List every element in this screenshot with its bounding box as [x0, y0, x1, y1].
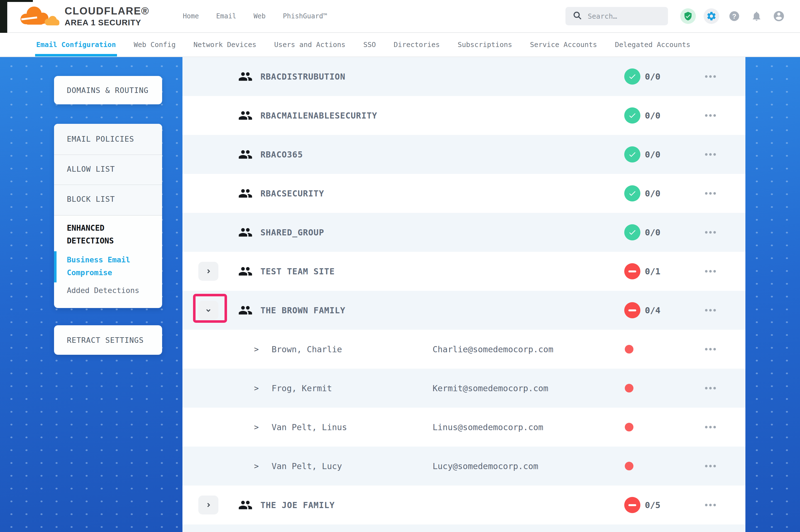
- member-row: >Van Pelt, LinusLinus@somedemocorp.com: [182, 407, 745, 446]
- group-name: RBACSECURITY: [260, 189, 324, 198]
- member-chevron-icon[interactable]: >: [254, 345, 259, 354]
- row-menu-button[interactable]: [702, 228, 719, 236]
- member-chevron-icon[interactable]: >: [254, 423, 259, 432]
- brand-subtitle: AREA 1 SECURITY: [65, 19, 149, 27]
- group-name: SHARED_GROUP: [260, 228, 324, 238]
- group-row: TEST TEAM SITE0/1: [182, 252, 745, 291]
- group-row: RBACDISTRUBUTION0/0: [182, 57, 745, 96]
- page: CLOUDFLARE® AREA 1 SECURITY HomeEmailWeb…: [0, 0, 800, 532]
- search-box[interactable]: Search…: [565, 7, 668, 25]
- row-menu-button[interactable]: [702, 112, 719, 120]
- row-menu-button[interactable]: [702, 423, 719, 431]
- status-dot-alert: [625, 345, 633, 354]
- sidebar-card-email-policies: EMAIL POLICIES ALLOW LIST BLOCK LIST ENH…: [54, 124, 162, 308]
- notifications-icon[interactable]: [749, 9, 764, 23]
- tab-service-accounts[interactable]: Service Accounts: [530, 33, 597, 56]
- brand-name: CLOUDFLARE®: [65, 6, 149, 16]
- status-dot-alert: [625, 384, 633, 393]
- group-row: THE BROWN FAMILY0/4: [182, 291, 745, 330]
- group-icon: [238, 108, 253, 123]
- body: DOMAINS & ROUTING EMAIL POLICIES ALLOW L…: [0, 57, 800, 532]
- row-menu-button[interactable]: [702, 267, 719, 276]
- search-placeholder: Search…: [588, 12, 617, 20]
- chevron-right-icon: [204, 501, 213, 509]
- status-badge-allowed-icon: [624, 69, 640, 84]
- email-policies-title: EMAIL POLICIES: [67, 132, 157, 147]
- protection-count: 0/1: [645, 266, 660, 276]
- protection-count: 0/0: [645, 111, 660, 120]
- member-row: >Frog, KermitKermit@somedemocorp.com: [182, 369, 745, 407]
- group-icon: [238, 186, 253, 201]
- sidebar-item-enhanced-detections: ENHANCED DETECTIONS: [67, 222, 150, 247]
- chevron-right-icon: [204, 267, 213, 276]
- shield-verified-icon[interactable]: [680, 8, 696, 24]
- row-menu-button[interactable]: [702, 189, 719, 197]
- member-name: Van Pelt, Linus: [272, 422, 347, 432]
- member-name: Frog, Kermit: [272, 383, 332, 393]
- group-name: RBACO365: [260, 150, 303, 159]
- group-icon: [238, 303, 253, 318]
- screen-corner-artifact-top: [0, 0, 33, 2]
- help-icon[interactable]: ?: [727, 9, 742, 23]
- row-menu-button[interactable]: [702, 151, 719, 158]
- group-icon: [238, 147, 253, 162]
- group-icon: [238, 264, 253, 279]
- top-nav-web[interactable]: Web: [254, 12, 266, 20]
- row-menu-button[interactable]: [702, 73, 719, 81]
- tab-delegated-accounts[interactable]: Delegated Accounts: [615, 33, 690, 56]
- row-menu-button[interactable]: [702, 306, 719, 315]
- group-name: THE JOE FAMILY: [260, 500, 335, 510]
- sidebar-card-domains-routing[interactable]: DOMAINS & ROUTING: [54, 76, 162, 104]
- domains-routing-label: DOMAINS & ROUTING: [67, 86, 148, 95]
- sidebar-item-business-email-compromise[interactable]: Business Email Compromise: [67, 253, 150, 279]
- section-tabs: Email ConfigurationWeb ConfigNetwork Dev…: [0, 33, 800, 57]
- svg-text:?: ?: [732, 13, 737, 20]
- row-menu-button[interactable]: [702, 345, 719, 354]
- row-menu-button[interactable]: [702, 462, 719, 470]
- protection-count: 0/0: [645, 188, 660, 198]
- account-icon[interactable]: [771, 9, 786, 23]
- sidebar-item-added-detections[interactable]: Added Detections: [67, 284, 156, 297]
- protection-count: 0/0: [645, 149, 660, 159]
- annotation-highlight-box: [193, 294, 227, 323]
- cloudflare-cloud-icon: [16, 4, 61, 28]
- member-email: Charlie@somedemocorp.com: [433, 344, 553, 354]
- left-decorative-panel: DOMAINS & ROUTING EMAIL POLICIES ALLOW L…: [0, 57, 182, 532]
- top-nav-home[interactable]: Home: [183, 12, 199, 20]
- group-row: SHARED_GROUP0/0: [182, 213, 745, 252]
- group-name: RBACDISTRUBUTION: [260, 72, 345, 81]
- group-name: RBACMAILENABLESECURITY: [260, 111, 377, 120]
- status-badge-blocked-icon: [624, 263, 640, 279]
- sidebar-item-allow-list[interactable]: ALLOW LIST: [67, 162, 157, 177]
- member-email: Lucy@somedemocorp.com: [433, 461, 538, 471]
- sidebar-card-retract-settings[interactable]: RETRACT SETTINGS: [54, 325, 162, 355]
- tab-web-config[interactable]: Web Config: [134, 33, 176, 56]
- member-chevron-icon[interactable]: >: [254, 462, 259, 471]
- tab-users-and-actions[interactable]: Users and Actions: [274, 33, 345, 56]
- status-dot-alert: [625, 423, 633, 432]
- sidebar-item-block-list[interactable]: BLOCK LIST: [67, 192, 157, 207]
- row-menu-button[interactable]: [702, 501, 719, 509]
- member-name: Brown, Charlie: [272, 344, 342, 354]
- top-bar: CLOUDFLARE® AREA 1 SECURITY HomeEmailWeb…: [0, 0, 800, 33]
- row-menu-button[interactable]: [702, 384, 719, 392]
- top-nav-phishguard[interactable]: PhishGuard™: [283, 12, 327, 20]
- tab-directories[interactable]: Directories: [394, 33, 440, 56]
- search-icon: [573, 11, 582, 21]
- expand-group-button[interactable]: [198, 262, 218, 281]
- member-chevron-icon[interactable]: >: [254, 384, 259, 393]
- expand-group-button[interactable]: [198, 496, 218, 514]
- gear-icon[interactable]: [704, 8, 719, 24]
- tab-subscriptions[interactable]: Subscriptions: [458, 33, 512, 56]
- top-nav-email[interactable]: Email: [216, 12, 236, 20]
- status-badge-blocked-icon: [624, 302, 640, 318]
- partial-next-row: [182, 525, 745, 532]
- tab-sso[interactable]: SSO: [363, 33, 376, 56]
- screen-corner-artifact: [0, 0, 7, 33]
- group-row: RBACSECURITY0/0: [182, 174, 745, 213]
- tab-network-devices[interactable]: Network Devices: [194, 33, 257, 56]
- tab-email-configuration[interactable]: Email Configuration: [36, 33, 116, 56]
- cloudflare-logo[interactable]: CLOUDFLARE® AREA 1 SECURITY: [16, 4, 149, 28]
- member-row: >Brown, CharlieCharlie@somedemocorp.com: [182, 330, 745, 369]
- member-name: Van Pelt, Lucy: [272, 461, 342, 471]
